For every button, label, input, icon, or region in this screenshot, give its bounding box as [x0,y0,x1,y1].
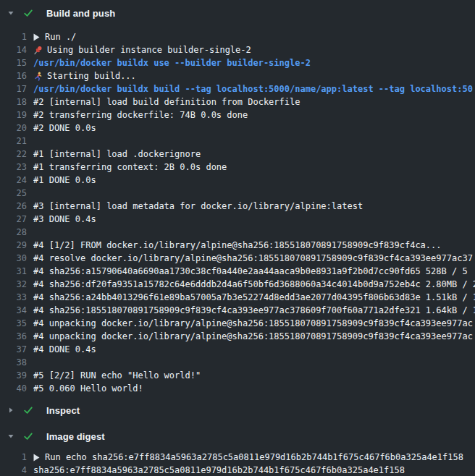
log-text: #4 sha256:185518070891758909c9f839cf4ca3… [33,304,475,317]
section-inspect: Inspect [0,401,475,419]
section-title: Build and push [46,8,115,19]
line-number[interactable]: 29 [0,239,27,252]
line-number[interactable]: 19 [0,109,27,122]
log-line-text: #4 resolve docker.io/library/alpine@sha2… [33,252,475,265]
log-text: #2 DONE 0.0s [33,122,96,135]
log-line: 28 [0,226,475,239]
chevron-down-icon[interactable] [6,433,16,440]
line-number[interactable]: 16 [0,69,27,82]
line-number[interactable]: 26 [0,200,27,213]
section-header-image-digest[interactable]: Image digest [0,428,475,445]
line-number[interactable]: 38 [0,356,27,369]
log-line: 24#1 DONE 0.0s [0,174,475,187]
line-number[interactable]: 28 [0,226,27,239]
section-title: Image digest [46,431,105,442]
log-text: #4 sha256:a24bb4013296f61e89ba57005a7b3e… [33,291,475,304]
log-line: 35#4 unpacking docker.io/library/alpine@… [0,317,475,330]
line-number[interactable]: 34 [0,304,27,317]
chevron-down-icon[interactable] [6,9,16,17]
log-line-text: #1 DONE 0.0s [33,174,475,187]
section-build-and-push: Build and push1Run ./14Using builder ins… [0,4,475,395]
section-header-inspect[interactable]: Inspect [0,401,475,419]
line-number[interactable]: 39 [0,369,27,382]
log-line: 36#4 unpacking docker.io/library/alpine@… [0,330,475,343]
line-number[interactable]: 22 [0,148,27,161]
log-text: #1 [internal] load .dockerignore [33,148,201,161]
line-number[interactable]: 18 [0,95,27,109]
play-icon[interactable] [33,33,45,41]
log-line: 17/usr/bin/docker buildx build --tag loc… [0,82,475,95]
log-line: 23#1 transferring context: 2B 0.0s done [0,161,475,174]
line-number[interactable]: 40 [0,382,27,395]
log-line: 4sha256:e7ff8834a5963a2785c5a0811e979d16… [0,464,475,476]
log-line-text: Using builder instance builder-single-2 [33,43,475,56]
log-line: 16Starting build... [0,69,475,82]
line-number[interactable]: 4 [0,464,27,476]
log-line-text: #4 sha256:185518070891758909c9f839cf4ca3… [33,304,475,317]
log-text: #4 unpacking docker.io/library/alpine@sh… [33,330,473,343]
line-number[interactable]: 17 [0,82,27,95]
log-text: #4 DONE 0.4s [33,343,96,356]
log-text: #3 [internal] load metadata for docker.i… [33,200,363,213]
log-line: 21 [0,135,475,148]
section-header-build-and-push[interactable]: Build and push [0,4,475,22]
log-line-text: #4 sha256:a24bb4013296f61e89ba57005a7b3e… [33,291,475,304]
check-icon [22,404,35,416]
line-number[interactable]: 35 [0,317,27,330]
play-icon[interactable] [33,454,45,462]
log-line-text: #5 0.060 Hello world! [33,382,475,395]
line-number[interactable]: 31 [0,265,27,278]
log-text: Run ./ [45,30,76,43]
line-number[interactable]: 30 [0,252,27,265]
log-line: 29#4 [1/2] FROM docker.io/library/alpine… [0,239,475,252]
check-icon [22,430,35,442]
line-number[interactable]: 33 [0,291,27,304]
log-line: 22#1 [internal] load .dockerignore [0,148,475,161]
runner-icon [33,72,47,81]
log-line: 31#4 sha256:a15790640a6690aa1730c38cf0a4… [0,265,475,278]
line-number[interactable]: 37 [0,343,27,356]
log-line: 30#4 resolve docker.io/library/alpine@sh… [0,252,475,265]
log-line: 33#4 sha256:a24bb4013296f61e89ba57005a7b… [0,291,475,304]
line-number[interactable]: 32 [0,278,27,291]
log-line: 1Run ./ [0,30,475,43]
log-text: #2 [internal] load build definition from… [33,95,300,109]
log-text: Starting build... [47,69,136,82]
line-number[interactable]: 27 [0,213,27,226]
log-line: 40#5 0.060 Hello world! [0,382,475,395]
log-line-text [33,187,475,200]
log-line: 19#2 transferring dockerfile: 74B 0.0s d… [0,109,475,122]
line-number[interactable]: 23 [0,161,27,174]
log-text: #4 sha256:a15790640a6690aa1730c38cf0a440… [33,265,468,278]
log-line: 34#4 sha256:185518070891758909c9f839cf4c… [0,304,475,317]
log-line: 37#4 DONE 0.4s [0,343,475,356]
line-number[interactable]: 1 [0,30,27,43]
chevron-right-icon[interactable] [6,407,16,414]
line-number[interactable]: 14 [0,43,27,56]
log-line-text: /usr/bin/docker buildx build --tag local… [33,82,475,95]
log-line-text: sha256:e7ff8834a5963a2785c5a0811e979d16b… [33,464,475,476]
line-number[interactable]: 25 [0,187,27,200]
workflow-log: Build and push1Run ./14Using builder ins… [0,4,475,476]
line-number[interactable]: 1 [0,451,27,464]
log-line-text: #4 [1/2] FROM docker.io/library/alpine@s… [33,239,475,252]
log-line-text [33,226,475,239]
log-line-text: #4 sha256:a15790640a6690aa1730c38cf0a440… [33,265,475,278]
line-number[interactable]: 20 [0,122,27,135]
log-line-text: #5 [2/2] RUN echo "Hello world!" [33,369,475,382]
line-number[interactable]: 36 [0,330,27,343]
log-line-text: #1 [internal] load .dockerignore [33,148,475,161]
log-line: 18#2 [internal] load build definition fr… [0,95,475,109]
line-number[interactable]: 15 [0,56,27,69]
log-lines: 1Run ./14Using builder instance builder-… [0,30,475,395]
log-text: /usr/bin/docker buildx build --tag local… [33,82,473,95]
log-text: Run echo sha256:e7ff8834a5963a2785c5a081… [45,451,463,464]
log-text: #1 transferring context: 2B 0.0s done [33,161,227,174]
log-line-text: #2 [internal] load build definition from… [33,95,475,109]
log-text: #2 transferring dockerfile: 74B 0.0s don… [33,109,248,122]
section-title: Inspect [46,405,80,416]
log-text: #5 0.060 Hello world! [33,382,143,395]
log-line-text: /usr/bin/docker buildx use --builder bui… [33,56,475,69]
line-number[interactable]: 21 [0,135,27,148]
line-number[interactable]: 24 [0,174,27,187]
